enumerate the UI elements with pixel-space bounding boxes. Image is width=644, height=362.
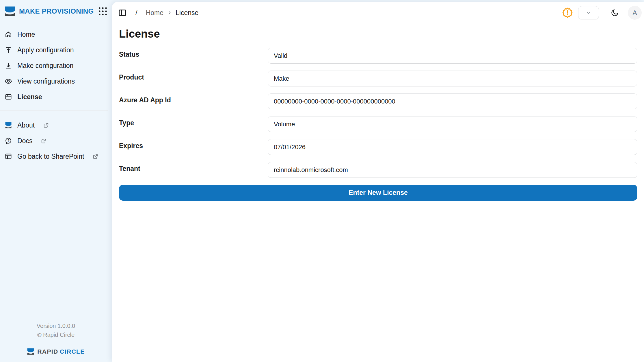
avatar-initial: A bbox=[633, 9, 637, 16]
sidebar-item-home[interactable]: Home bbox=[0, 27, 112, 42]
field-label-expires: Expires bbox=[119, 139, 268, 150]
type-field[interactable] bbox=[268, 116, 637, 132]
sidebar-footer: Version 1.0.0.0 © Rapid Circle RAPID CIR… bbox=[0, 322, 112, 362]
sidebar-item-label: Make configuration bbox=[17, 62, 73, 70]
sidebar-header: MAKE PROVISIONING bbox=[0, 0, 112, 19]
table-icon bbox=[4, 93, 12, 101]
rapid-circle-logo-icon bbox=[27, 348, 34, 355]
sidebar-item-label: License bbox=[17, 93, 42, 101]
sidebar-item-label: Go back to SharePoint bbox=[17, 153, 84, 160]
sidebar-item-make-configuration[interactable]: Make configuration bbox=[0, 58, 112, 73]
sidebar-item-label: Docs bbox=[17, 137, 32, 145]
field-row-azure-ad-app-id: Azure AD App Id bbox=[119, 93, 637, 109]
field-row-product: Product bbox=[119, 71, 637, 86]
sidebar-item-about[interactable]: About bbox=[0, 117, 112, 133]
sidebar-nav: Home Apply configuration Make configurat… bbox=[0, 27, 112, 105]
brand-text-rapid: RAPID bbox=[37, 348, 58, 355]
app-logo-icon bbox=[4, 6, 15, 17]
expires-field[interactable] bbox=[268, 139, 637, 155]
avatar[interactable]: A bbox=[628, 6, 642, 20]
license-page: License Status Product Azure AD App Id T… bbox=[112, 24, 644, 201]
eye-icon bbox=[4, 77, 12, 85]
tenant-field[interactable] bbox=[268, 162, 637, 178]
sidebar-links: About ? Docs bbox=[0, 117, 112, 164]
svg-text:?: ? bbox=[7, 139, 9, 143]
azure-ad-app-id-field[interactable] bbox=[268, 93, 637, 109]
chevron-down-icon bbox=[585, 9, 592, 16]
sidebar-item-docs[interactable]: ? Docs bbox=[0, 133, 112, 149]
app-title: MAKE PROVISIONING bbox=[19, 7, 94, 15]
external-link-icon bbox=[92, 153, 99, 160]
breadcrumb-slash: / bbox=[135, 9, 137, 17]
field-row-expires: Expires bbox=[119, 139, 637, 155]
chevron-right-icon bbox=[166, 10, 173, 16]
external-link-icon bbox=[43, 122, 49, 129]
sidebar-item-label: Apply configuration bbox=[17, 46, 74, 54]
status-field[interactable] bbox=[268, 48, 637, 64]
sidebar-item-license[interactable]: License bbox=[0, 89, 112, 105]
field-row-status: Status bbox=[119, 48, 637, 64]
page-title: License bbox=[119, 28, 637, 40]
sidebar-toggle-icon[interactable] bbox=[118, 8, 127, 17]
sidebar-item-label: About bbox=[17, 121, 35, 129]
field-label-azure-ad-app-id: Azure AD App Id bbox=[119, 93, 268, 104]
field-row-tenant: Tenant bbox=[119, 162, 637, 178]
app-launcher-waffle-icon[interactable] bbox=[97, 6, 108, 17]
field-label-status: Status bbox=[119, 48, 268, 58]
breadcrumb-current: License bbox=[176, 9, 198, 17]
sidebar-item-apply-configuration[interactable]: Apply configuration bbox=[0, 42, 112, 58]
sidebar-divider bbox=[0, 110, 108, 110]
main-panel: / Home License A bbox=[112, 2, 644, 362]
dark-mode-moon-icon[interactable] bbox=[611, 8, 619, 17]
field-label-product: Product bbox=[119, 71, 268, 81]
version-text: Version 1.0.0.0 bbox=[0, 322, 112, 330]
external-link-icon bbox=[40, 138, 47, 144]
rapid-circle-logo-icon bbox=[4, 121, 12, 129]
download-icon bbox=[4, 62, 12, 70]
rapid-circle-brand: RAPID CIRCLE bbox=[0, 347, 112, 356]
sidebar-item-go-back-to-sharepoint[interactable]: Go back to SharePoint bbox=[0, 149, 112, 164]
help-bubble-icon: ? bbox=[4, 137, 12, 145]
field-row-type: Type bbox=[119, 116, 637, 132]
license-warning-badge-icon[interactable] bbox=[562, 7, 573, 18]
field-label-type: Type bbox=[119, 116, 268, 127]
header-dropdown-button[interactable] bbox=[578, 6, 599, 19]
home-icon bbox=[4, 30, 12, 38]
breadcrumb-home[interactable]: Home bbox=[146, 9, 163, 17]
brand-text-circle: CIRCLE bbox=[60, 348, 85, 355]
sidebar-item-label: View configurations bbox=[17, 77, 75, 85]
enter-new-license-button[interactable]: Enter New License bbox=[119, 185, 637, 201]
layout-icon bbox=[4, 152, 12, 160]
field-label-tenant: Tenant bbox=[119, 162, 268, 173]
sidebar-item-view-configurations[interactable]: View configurations bbox=[0, 73, 112, 89]
product-field[interactable] bbox=[268, 71, 637, 86]
topbar: / Home License A bbox=[112, 2, 644, 24]
sidebar: MAKE PROVISIONING Home Apply bbox=[0, 0, 112, 362]
upload-icon bbox=[4, 46, 12, 54]
sidebar-item-label: Home bbox=[17, 31, 35, 38]
copyright-text: © Rapid Circle bbox=[0, 330, 112, 339]
